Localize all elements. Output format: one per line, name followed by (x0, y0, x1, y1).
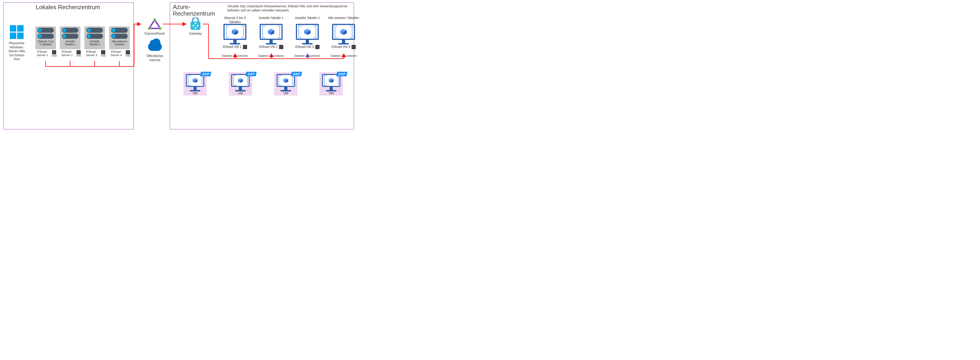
sap-vm-label: VM (283, 91, 288, 96)
r3vm-name: R3load-VM 3 (295, 45, 314, 49)
sap-vm-1: SAP VM (183, 72, 207, 96)
svg-point-1 (153, 18, 156, 21)
r3load-server-2: Geteilte Tabelle 1 R3load-Server 2 VHD (59, 26, 81, 57)
vm-monitor-icon (185, 74, 205, 91)
local-datacenter-region: Lokales Rechenzentrum (3, 2, 134, 129)
disk-icon (279, 45, 283, 49)
r3vm-top-label: Oberste 3 bis 5 Tabellen (218, 16, 252, 24)
r3load-vm-3: Geteilte Tabelle 2 R3load-VM 3 Dateien e… (290, 16, 325, 57)
sap-vm-4: SAP VM (320, 72, 343, 96)
server-box-icon: Geteilte Tabelle 2 (84, 26, 105, 49)
sap-vm-label: VM (193, 91, 197, 96)
vm-monitor-icon (331, 24, 356, 45)
vm-monitor-icon (230, 74, 251, 91)
gateway-icon (189, 18, 202, 31)
server-name: R3load-Server 2 (59, 50, 75, 57)
disk-icon (315, 45, 320, 49)
server-box-caption: Geteilte Tabelle 2 (86, 40, 103, 46)
vm-monitor-icon (321, 74, 342, 91)
public-internet-block: Öffentliches Internet (144, 39, 166, 62)
disk-icon (52, 50, 56, 54)
windows-server-block: Physischer Windows-Server VMs mit hohem … (6, 25, 27, 61)
vm-monitor-icon (259, 24, 284, 45)
server-box-caption: Alle weiteren Tabellen (110, 40, 128, 46)
vhd-disk: VHD (126, 50, 130, 57)
r3load-vm-1: Oberste 3 bis 5 Tabellen R3load-VM 1 Dat… (218, 16, 252, 57)
r3vm-top-label: Geteilte Tabelle 2 (295, 16, 320, 24)
sap-vm-box: SAP VM (229, 72, 252, 96)
sap-badge: SAP (245, 72, 257, 76)
disk-icon (243, 45, 247, 49)
vhd-label: VHD (52, 54, 57, 57)
azure-title: Azure-Rechenzentrum (173, 4, 215, 17)
export-label: Dateien exportieren (294, 54, 320, 57)
r3vm-name: R3load-VM 4 (331, 45, 350, 49)
vm-monitor-icon (295, 24, 320, 45)
sap-vm-3: SAP VM (274, 72, 298, 96)
gateway-label: Gateway (189, 32, 202, 36)
r3load-server-4: Alle weiteren Tabellen R3load-Server 4 V… (108, 26, 130, 57)
server-box-caption: Oberste 3 bis 5 Tabellen (37, 40, 54, 46)
disk-icon (352, 45, 356, 49)
export-label: Dateien exportieren (222, 54, 248, 57)
sap-vm-2: SAP VM (229, 72, 252, 96)
sap-badge: SAP (200, 72, 211, 76)
r3vm-name: R3load-VM 1 (223, 45, 242, 49)
sap-vm-label: VM (238, 91, 243, 96)
sap-badge: SAP (291, 72, 302, 76)
r3load-vm-2: Geteilte Tabelle 1 R3load-VM 2 Dateien e… (254, 16, 288, 57)
vhd-disk: VHD (100, 50, 106, 57)
vhd-label: VHD (126, 54, 130, 57)
gateway-block: Gateway (188, 18, 204, 36)
vhd-disk: VHD (76, 50, 81, 57)
disk-icon (126, 50, 130, 54)
sap-vm-box: SAP VM (183, 72, 207, 96)
disk-icon (76, 50, 81, 54)
server-box-icon: Oberste 3 bis 5 Tabellen (35, 26, 56, 49)
vhd-disk: VHD (52, 50, 57, 57)
export-label: Dateien exportieren (331, 54, 356, 57)
sap-vm-label: VM (329, 91, 334, 96)
server-name: R3load-Server 4 (108, 50, 124, 57)
windows-caption: Physischer Windows-Server VMs mit hohem … (6, 41, 27, 61)
server-name: R3load-Server 3 (83, 50, 100, 57)
sap-vm-box: SAP VM (274, 72, 298, 96)
azure-note: Virtuelle SQL-Datenbank-Netzwerkserver, … (228, 4, 352, 13)
expressroute-label: ExpressRoute (145, 32, 165, 36)
local-title: Lokales Rechenzentrum (36, 4, 100, 11)
vhd-label: VHD (100, 54, 106, 57)
svg-point-2 (159, 27, 162, 30)
server-box-icon: Geteilte Tabelle 1 (60, 26, 80, 49)
r3vm-name: R3load-VM 2 (259, 45, 278, 49)
disk-icon (101, 50, 105, 54)
windows-icon (10, 25, 24, 39)
vm-monitor-icon (275, 74, 296, 91)
server-box-caption: Geteilte Tabelle 1 (61, 40, 79, 46)
r3load-server-1: Oberste 3 bis 5 Tabellen R3load-Server 1… (34, 26, 57, 57)
vm-monitor-icon (222, 24, 248, 45)
expressroute-block: ExpressRoute (142, 18, 167, 36)
vhd-label: VHD (76, 54, 81, 57)
r3vm-top-label: Geteilte Tabelle 1 (259, 16, 283, 24)
r3load-vm-4: Alle weiteren Tabellen R3load-VM 4 Datei… (326, 16, 361, 57)
expressroute-icon (148, 18, 162, 30)
export-label: Dateien exportieren (258, 54, 284, 57)
svg-point-3 (148, 27, 151, 30)
r3load-server-3: Geteilte Tabelle 2 R3load-Server 3 VHD (83, 26, 106, 57)
server-box-icon: Alle weiteren Tabellen (109, 26, 130, 49)
sap-vm-box: SAP VM (320, 72, 343, 96)
server-name: R3load-Server 1 (34, 50, 51, 57)
diagram-stage: Lokales Rechenzentrum Physischer Windows… (2, 2, 355, 131)
internet-label: Öffentliches Internet (144, 54, 166, 62)
r3vm-top-label: Alle weiteren Tabellen (328, 16, 359, 24)
sap-badge: SAP (336, 72, 347, 76)
cloud-icon (148, 43, 162, 51)
